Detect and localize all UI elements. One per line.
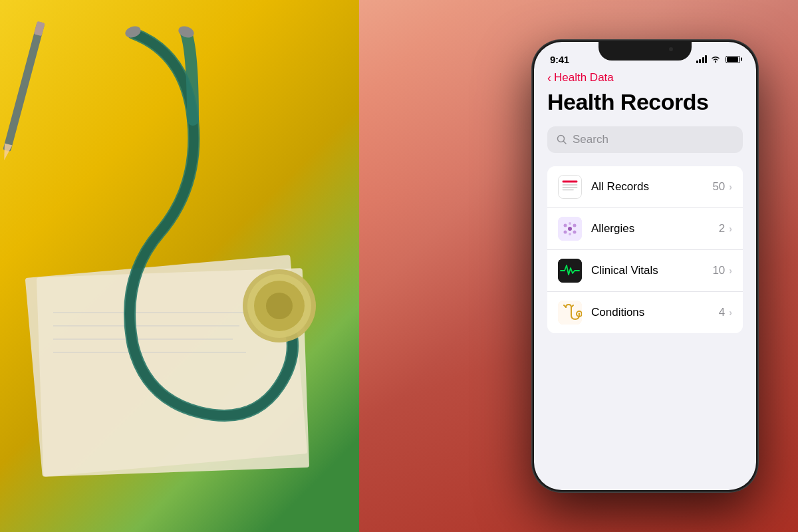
screen-content: ‹ Health Data Health Records Search [534,71,756,333]
signal-bar-3 [702,57,704,63]
svg-line-17 [564,142,567,144]
list-item-conditions[interactable]: Conditions 4 › [547,292,743,333]
svg-point-11 [266,293,293,319]
battery-icon [726,56,740,63]
all-records-chevron: › [729,182,732,192]
svg-point-29 [569,222,571,225]
allergies-icon [558,217,582,241]
stethoscope-illustration [0,0,439,532]
signal-bar-2 [699,59,701,63]
svg-point-15 [715,61,716,63]
signal-bar-1 [696,61,698,63]
svg-point-25 [564,224,567,227]
svg-rect-22 [563,190,574,190]
all-records-label: All Records [591,180,712,194]
wifi-icon [710,55,721,63]
vitals-chevron: › [729,265,732,276]
back-label: Health Data [554,71,614,84]
records-list: All Records 50 › [547,166,743,333]
search-bar[interactable]: Search [547,126,743,153]
svg-point-27 [564,231,567,234]
svg-rect-14 [34,21,45,36]
conditions-icon [558,301,582,325]
svg-rect-12 [3,21,45,152]
all-records-count: 50 [712,180,725,194]
all-records-icon [558,175,582,199]
search-icon [557,134,567,145]
svg-rect-19 [563,181,578,183]
allergies-chevron: › [729,223,732,234]
vitals-count: 10 [712,264,725,277]
svg-point-30 [569,233,571,235]
allergies-label: Allergies [591,222,719,235]
svg-marker-13 [0,143,12,161]
list-item-allergies[interactable]: Allergies 2 › [547,208,743,250]
svg-point-34 [579,313,581,315]
allergies-count: 2 [719,222,725,235]
status-time: 9:41 [550,54,569,65]
phone-screen: 9:41 [534,42,756,490]
conditions-chevron: › [729,307,732,318]
phone-frame: 9:41 [532,40,758,492]
status-icons [696,55,741,63]
list-item-all-records[interactable]: All Records 50 › [547,166,743,208]
phone-notch [598,42,692,61]
svg-point-24 [568,227,572,231]
conditions-label: Conditions [591,306,719,319]
signal-bar-4 [705,55,707,63]
svg-rect-20 [563,185,578,186]
page-title: Health Records [547,90,743,114]
battery-fill [727,57,738,62]
back-nav[interactable]: ‹ Health Data [547,71,743,84]
vitals-label: Clinical Vitals [591,264,712,277]
vitals-icon [558,259,582,283]
back-chevron-icon: ‹ [547,72,551,84]
conditions-count: 4 [719,306,725,319]
svg-rect-21 [563,187,578,188]
phone-device: 9:41 [532,40,758,492]
signal-icon [696,55,708,63]
list-item-clinical-vitals[interactable]: Clinical Vitals 10 › [547,250,743,292]
search-placeholder: Search [573,133,608,146]
svg-point-28 [573,231,577,234]
svg-point-26 [573,224,577,227]
